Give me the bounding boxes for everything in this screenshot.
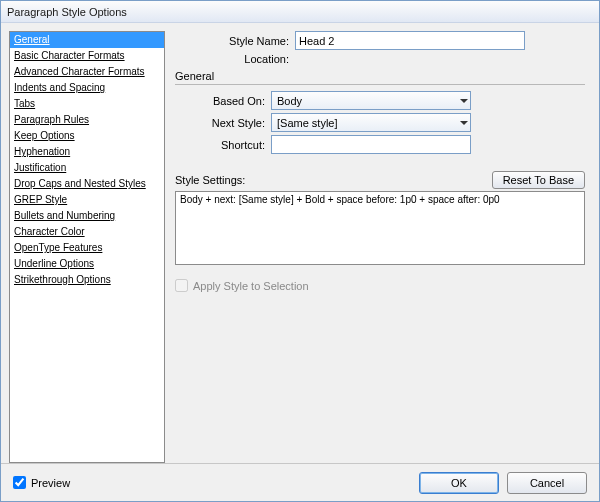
based-on-value: Body — [277, 95, 302, 107]
based-on-dropdown[interactable]: Body — [271, 91, 471, 110]
sidebar-item-label: Bullets and Numbering — [14, 210, 115, 221]
sidebar-item-justification[interactable]: Justification — [10, 160, 164, 176]
cancel-button[interactable]: Cancel — [507, 472, 587, 494]
sidebar-item-advanced-character-formats[interactable]: Advanced Character Formats — [10, 64, 164, 80]
main-panel: Style Name: Location: General Based On: … — [175, 31, 591, 463]
ok-button[interactable]: OK — [419, 472, 499, 494]
sidebar-item-basic-character-formats[interactable]: Basic Character Formats — [10, 48, 164, 64]
sidebar-item-label: Paragraph Rules — [14, 114, 89, 125]
dialog-footer: Preview OK Cancel — [1, 463, 599, 501]
style-settings-summary: Body + next: [Same style] + Bold + space… — [175, 191, 585, 265]
preview-toggle[interactable]: Preview — [13, 476, 70, 489]
sidebar-item-opentype-features[interactable]: OpenType Features — [10, 240, 164, 256]
preview-checkbox[interactable] — [13, 476, 26, 489]
titlebar: Paragraph Style Options — [1, 1, 599, 23]
sidebar-item-indents-and-spacing[interactable]: Indents and Spacing — [10, 80, 164, 96]
shortcut-input[interactable] — [271, 135, 471, 154]
reset-to-base-button[interactable]: Reset To Base — [492, 171, 585, 189]
style-name-label: Style Name: — [175, 35, 295, 47]
style-settings-text: Body + next: [Same style] + Bold + space… — [180, 194, 500, 205]
preview-label: Preview — [31, 477, 70, 489]
next-style-dropdown[interactable]: [Same style] — [271, 113, 471, 132]
window-title: Paragraph Style Options — [7, 6, 127, 18]
sidebar-item-label: Advanced Character Formats — [14, 66, 145, 77]
sidebar-item-label: Hyphenation — [14, 146, 70, 157]
sidebar-item-drop-caps-and-nested-styles[interactable]: Drop Caps and Nested Styles — [10, 176, 164, 192]
sidebar-item-label: GREP Style — [14, 194, 67, 205]
chevron-down-icon — [460, 121, 468, 125]
sidebar-item-label: Strikethrough Options — [14, 274, 111, 285]
sidebar-item-bullets-and-numbering[interactable]: Bullets and Numbering — [10, 208, 164, 224]
sidebar-item-label: Basic Character Formats — [14, 50, 125, 61]
sidebar-item-general[interactable]: General — [10, 32, 164, 48]
general-section-header: General — [175, 70, 585, 85]
sidebar-item-underline-options[interactable]: Underline Options — [10, 256, 164, 272]
sidebar-item-label: Underline Options — [14, 258, 94, 269]
sidebar-item-label: General — [14, 34, 50, 45]
shortcut-label: Shortcut: — [181, 139, 271, 151]
chevron-down-icon — [460, 99, 468, 103]
category-list[interactable]: General Basic Character Formats Advanced… — [9, 31, 165, 463]
sidebar-item-label: Justification — [14, 162, 66, 173]
sidebar-item-hyphenation[interactable]: Hyphenation — [10, 144, 164, 160]
sidebar-item-label: Indents and Spacing — [14, 82, 105, 93]
based-on-label: Based On: — [181, 95, 271, 107]
location-label: Location: — [175, 53, 295, 65]
sidebar-item-label: Drop Caps and Nested Styles — [14, 178, 146, 189]
apply-style-to-selection-checkbox — [175, 279, 188, 292]
sidebar-item-tabs[interactable]: Tabs — [10, 96, 164, 112]
next-style-label: Next Style: — [181, 117, 271, 129]
sidebar-item-strikethrough-options[interactable]: Strikethrough Options — [10, 272, 164, 288]
style-name-input[interactable] — [295, 31, 525, 50]
sidebar-item-label: Character Color — [14, 226, 85, 237]
sidebar-item-label: Keep Options — [14, 130, 75, 141]
paragraph-style-options-dialog: Paragraph Style Options General Basic Ch… — [0, 0, 600, 502]
sidebar-item-paragraph-rules[interactable]: Paragraph Rules — [10, 112, 164, 128]
style-settings-label: Style Settings: — [175, 174, 245, 186]
sidebar-item-label: OpenType Features — [14, 242, 102, 253]
sidebar-item-grep-style[interactable]: GREP Style — [10, 192, 164, 208]
sidebar-item-character-color[interactable]: Character Color — [10, 224, 164, 240]
dialog-content: General Basic Character Formats Advanced… — [1, 23, 599, 463]
sidebar-item-label: Tabs — [14, 98, 35, 109]
next-style-value: [Same style] — [277, 117, 338, 129]
apply-style-to-selection-label: Apply Style to Selection — [193, 280, 309, 292]
sidebar-item-keep-options[interactable]: Keep Options — [10, 128, 164, 144]
